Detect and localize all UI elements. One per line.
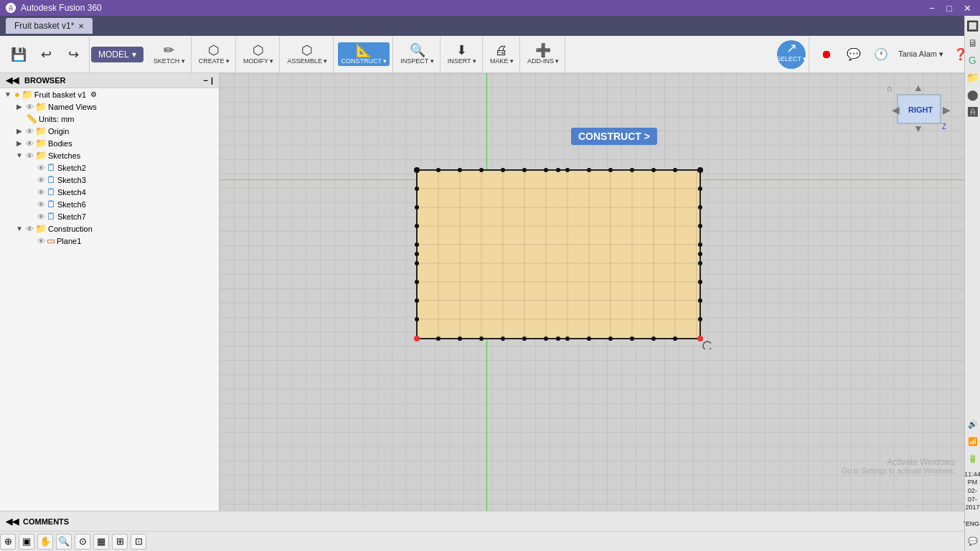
modify-button[interactable]: ⬡ MODIFY: [240, 42, 276, 66]
svg-point-30: [697, 336, 703, 342]
tree-root[interactable]: ▼ ● 📁 Fruit basket v1 ⚙: [0, 88, 219, 100]
viewcube-svg[interactable]: ⌂ RIGHT Z ▲ ▼ ◀ ▶: [883, 80, 955, 145]
comments-back-icon[interactable]: ◀◀: [6, 517, 19, 527]
task-folder-green-icon[interactable]: G: [966, 53, 980, 67]
save-button[interactable]: 💾: [6, 47, 32, 62]
sketch-button[interactable]: ✏ SKETCH: [151, 42, 188, 66]
fit-button[interactable]: ⊙: [75, 534, 90, 550]
root-settings-icon[interactable]: ⚙: [90, 90, 97, 98]
undo-button[interactable]: ↩: [33, 47, 59, 62]
maximize-button[interactable]: □: [943, 3, 955, 14]
sketch6-eye-icon[interactable]: 👁: [37, 200, 45, 209]
user-menu-button[interactable]: Tania Alam ▾: [895, 48, 946, 60]
task-time: 11:44 PM 02-07-2017: [964, 469, 980, 514]
svg-point-40: [698, 280, 702, 284]
assemble-button[interactable]: ⬡ ASSEMBLE: [284, 42, 330, 66]
task-notification-icon[interactable]: 💬: [966, 534, 980, 548]
tree-sketches[interactable]: ▼ 👁 📁 Sketches: [0, 149, 219, 161]
modify-icon: ⬡: [253, 44, 264, 57]
tree-origin[interactable]: ▶ 👁 📁 Origin: [0, 125, 219, 137]
bodies-eye-icon[interactable]: 👁: [26, 139, 34, 148]
sketch3-eye-icon[interactable]: 👁: [37, 176, 45, 184]
document-tab[interactable]: Fruit basket v1* ✕: [6, 18, 93, 34]
browser-collapse-icon[interactable]: −: [203, 76, 207, 85]
addins-button[interactable]: ➕ ADD-INS: [524, 42, 562, 66]
task-network-icon[interactable]: 📶: [966, 435, 980, 449]
tree-sketch7[interactable]: ▶ 👁 🗒 Sketch7: [0, 210, 219, 222]
svg-rect-0: [417, 170, 700, 339]
comment-icon: 💬: [847, 47, 861, 61]
sketch7-eye-icon[interactable]: 👁: [37, 212, 45, 221]
named-views-eye-icon[interactable]: 👁: [26, 103, 34, 111]
tree-plane1[interactable]: ▶ 👁 ▭ Plane1: [0, 235, 219, 247]
insert-button[interactable]: ⬇ INSERT: [445, 42, 479, 66]
tab-close-button[interactable]: ✕: [78, 22, 84, 30]
task-battery-icon[interactable]: 🔋: [966, 452, 980, 466]
origin-eye-icon[interactable]: 👁: [26, 127, 34, 136]
history-button[interactable]: 🕐: [868, 46, 894, 62]
create-button[interactable]: ⬡ CREATE: [196, 42, 232, 66]
task-autodesk-icon[interactable]: 🅰: [966, 105, 980, 119]
display-icon: ▣: [22, 536, 31, 547]
make-icon: 🖨: [495, 44, 508, 57]
tree-sketch3[interactable]: ▶ 👁 🗒 Sketch3: [0, 174, 219, 186]
close-button[interactable]: ✕: [961, 3, 974, 14]
tree-units[interactable]: ▶ 📏 Units: mm: [0, 113, 219, 125]
inspect-button[interactable]: 🔍 INSPECT: [397, 42, 436, 66]
task-speaker-icon[interactable]: 🔊: [966, 418, 980, 432]
browser-resize-handle[interactable]: |: [211, 76, 213, 85]
svg-point-36: [698, 205, 702, 209]
inspect-group: 🔍 INSPECT: [395, 37, 440, 72]
tree-sketch6[interactable]: ▶ 👁 🗒 Sketch6: [0, 198, 219, 210]
view-button[interactable]: ⊡: [131, 534, 146, 550]
grid-button[interactable]: ▦: [93, 534, 109, 550]
units-label: Units: mm: [39, 115, 75, 123]
task-search-icon[interactable]: 🔲: [966, 19, 980, 33]
task-folder-yellow-icon[interactable]: 📁: [966, 70, 980, 85]
sketches-eye-icon[interactable]: 👁: [26, 151, 34, 160]
svg-point-47: [415, 261, 419, 265]
redo-button[interactable]: ↪: [60, 47, 86, 62]
pan-button[interactable]: ✋: [37, 534, 53, 550]
construct-button[interactable]: 📐 CONSTRUCT: [338, 42, 390, 66]
sketch4-eye-icon[interactable]: 👁: [37, 188, 45, 197]
browser-back-icon[interactable]: ◀◀: [6, 75, 19, 85]
minimize-button[interactable]: −: [927, 3, 938, 14]
model-arrow-icon: ▾: [132, 50, 136, 60]
construction-eye-icon[interactable]: 👁: [26, 225, 34, 233]
sketch4-label: Sketch4: [57, 188, 86, 197]
canvas-area[interactable]: CONSTRUCT > ⌂ RIGHT Z ▲ ▼ ◀ ▶ Activate W…: [220, 73, 980, 511]
make-label: MAKE: [490, 57, 514, 65]
root-visibility-icon[interactable]: ●: [14, 89, 20, 100]
make-button[interactable]: 🖨 MAKE: [487, 42, 517, 66]
tree-named-views[interactable]: ▶ 👁 📁 Named Views: [0, 100, 219, 113]
tree-bodies[interactable]: ▶ 👁 📁 Bodies: [0, 137, 219, 149]
title-bar-controls[interactable]: − □ ✕: [927, 3, 974, 14]
zoom-button[interactable]: 🔍: [56, 534, 72, 550]
record-button[interactable]: ⏺: [814, 47, 839, 62]
addins-label: ADD-INS: [527, 57, 560, 65]
svg-point-39: [698, 261, 702, 265]
insert-label: INSERT: [448, 57, 476, 65]
comment-icon-button[interactable]: 💬: [841, 46, 867, 62]
task-monitor-icon[interactable]: 🖥: [966, 36, 980, 50]
browser-header: ◀◀ BROWSER − |: [0, 73, 219, 88]
model-menu-button[interactable]: MODEL ▾: [91, 47, 143, 62]
construct-badge[interactable]: CONSTRUCT >: [571, 128, 657, 145]
tree-sketch4[interactable]: ▶ 👁 🗒 Sketch4: [0, 186, 219, 198]
svg-text:▲: ▲: [913, 82, 923, 93]
tree-sketch2[interactable]: ▶ 👁 🗒 Sketch2: [0, 161, 219, 174]
grid-origin-button[interactable]: ⊕: [0, 534, 16, 550]
construction-arrow-icon: ▼: [14, 225, 24, 232]
svg-point-68: [544, 336, 548, 341]
tree-construction[interactable]: ▼ 👁 📁 Construction: [0, 222, 219, 235]
plane1-eye-icon[interactable]: 👁: [37, 237, 45, 245]
task-chrome-icon[interactable]: ⬤: [966, 88, 980, 102]
snap-button[interactable]: ⊞: [112, 534, 128, 550]
svg-point-67: [522, 336, 527, 341]
sketch2-eye-icon[interactable]: 👁: [37, 164, 45, 172]
select-icon: ↗: [786, 42, 797, 55]
display-button[interactable]: ▣: [19, 534, 34, 550]
select-button[interactable]: ↗ SELECT: [777, 40, 806, 69]
svg-point-48: [415, 280, 419, 284]
